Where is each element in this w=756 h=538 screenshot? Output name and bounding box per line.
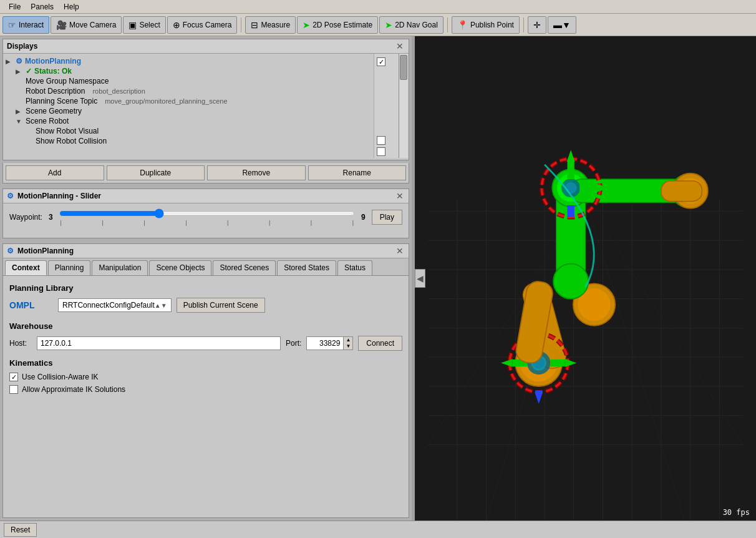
tree-item-scene-geometry[interactable]: ▶ Scene Geometry: [6, 106, 371, 116]
tree-item-scene-robot[interactable]: ▼ Scene Robot: [6, 116, 371, 126]
tick-7: |: [352, 220, 354, 226]
tree-item-show-visual[interactable]: ▶ Show Robot Visual: [6, 126, 371, 136]
nav-goal-icon: ➤: [385, 20, 392, 30]
toolbar: ☞ Interact 🎥 Move Camera ▣ Select ⊕ Focu…: [0, 14, 756, 36]
viewport[interactable]: ◀ 30 fps: [415, 36, 756, 521]
tab-stored-scenes[interactable]: Stored Scenes: [213, 260, 276, 275]
interact-button[interactable]: ☞ Interact: [2, 16, 49, 34]
config-button[interactable]: ▬▼: [548, 16, 576, 34]
planning-library-title: Planning Library: [9, 283, 402, 293]
displays-tree: ▶ ⚙ MotionPlanning ▶ ✓ Status: Ok ▶ Move…: [3, 54, 374, 158]
tree-arrow-mp: ▶: [6, 58, 13, 65]
play-button[interactable]: Play: [372, 210, 402, 225]
gear-icon-motion: ⚙: [7, 247, 14, 255]
tree-item-move-group[interactable]: ▶ Move Group Namespace: [6, 76, 371, 86]
duplicate-button[interactable]: Duplicate: [107, 165, 205, 180]
planning-scene-label: Planning Scene Topic: [26, 97, 97, 105]
left-panel: Displays ✕ ▶ ⚙ MotionPlanning ▶ ✓ Status…: [0, 36, 412, 521]
slider-close-button[interactable]: ✕: [395, 191, 405, 201]
tree-arrow-sr: ▼: [16, 118, 23, 125]
menu-bar: File Panels Help: [0, 0, 756, 14]
robot-visualization: [415, 36, 756, 521]
motion-panel-header: ⚙ MotionPlanning ✕: [3, 244, 409, 258]
scroll-thumb[interactable]: [400, 55, 407, 80]
svg-rect-51: [568, 205, 574, 217]
tab-manipulation[interactable]: Manipulation: [92, 260, 148, 275]
pose-estimate-label: 2D Pose Estimate: [313, 21, 372, 29]
waypoint-slider[interactable]: [59, 208, 355, 218]
motion-close-button[interactable]: ✕: [395, 246, 405, 256]
status-check: ✓: [26, 67, 32, 76]
select-button[interactable]: ▣ Select: [123, 16, 165, 34]
add-view-button[interactable]: ✛: [528, 16, 546, 34]
rename-button[interactable]: Rename: [308, 165, 407, 180]
publish-point-button[interactable]: 📍 Publish Point: [452, 16, 520, 34]
displays-close-button[interactable]: ✕: [395, 41, 405, 51]
add-button[interactable]: Add: [6, 165, 104, 180]
tick-2: |: [143, 220, 145, 226]
tab-status[interactable]: Status: [337, 260, 372, 275]
remove-button[interactable]: Remove: [207, 165, 306, 180]
tree-item-status[interactable]: ▶ ✓ Status: Ok: [6, 66, 371, 76]
slider-wrapper: | | | | | | | |: [59, 208, 355, 226]
collision-ik-checkbox[interactable]: [9, 373, 18, 381]
menu-file[interactable]: File: [4, 1, 26, 12]
host-input[interactable]: [37, 336, 281, 350]
nav-goal-button[interactable]: ➤ 2D Nav Goal: [379, 16, 443, 34]
port-input[interactable]: [306, 336, 344, 350]
publish-scene-button[interactable]: Publish Current Scene: [177, 298, 265, 313]
cb-row-sg: [376, 112, 397, 124]
config-icon: ▬▼: [553, 20, 571, 30]
move-camera-button[interactable]: 🎥 Move Camera: [51, 16, 122, 34]
planner-select[interactable]: RRTConnectkConfigDefault ▲▼: [58, 298, 172, 312]
select-icon: ▣: [128, 20, 137, 30]
checkbox-show-collision[interactable]: [377, 147, 385, 156]
tick-1: |: [102, 220, 103, 226]
warehouse-title: Warehouse: [9, 321, 402, 331]
pose-estimate-icon: ➤: [303, 20, 310, 30]
tree-item-planning-scene[interactable]: ▶ Planning Scene Topic move_group/monito…: [6, 96, 371, 106]
port-input-wrapper: ▲ ▼: [306, 336, 353, 350]
tab-content-context: Planning Library OMPL RRTConnectkConfigD…: [3, 276, 409, 405]
main-area: Displays ✕ ▶ ⚙ MotionPlanning ▶ ✓ Status…: [0, 36, 756, 521]
bottom-bar: Reset: [0, 521, 756, 538]
waypoint-value: 3: [49, 213, 53, 222]
motion-planning-label: MotionPlanning: [25, 57, 81, 66]
move-group-label: Move Group Namespace: [26, 77, 109, 86]
tabs-bar: Context Planning Manipulation Scene Obje…: [3, 258, 409, 276]
expand-viewport-button[interactable]: ◀: [415, 269, 425, 288]
focus-camera-button[interactable]: ⊕ Focus Camera: [167, 16, 238, 34]
robot-desc-label: Robot Description: [26, 87, 85, 95]
slider-panel-title: MotionPlanning - Slider: [17, 192, 101, 200]
menu-help[interactable]: Help: [59, 1, 84, 12]
port-up-button[interactable]: ▲: [344, 337, 352, 343]
checkbox-mp[interactable]: [377, 57, 385, 66]
port-down-button[interactable]: ▼: [344, 343, 352, 350]
svg-point-43: [565, 182, 577, 194]
pose-estimate-button[interactable]: ➤ 2D Pose Estimate: [297, 16, 378, 34]
checkbox-show-visual[interactable]: [377, 136, 385, 145]
cb-row-status: [376, 67, 397, 79]
connect-button[interactable]: Connect: [358, 336, 402, 351]
interact-icon: ☞: [8, 20, 16, 30]
menu-panels[interactable]: Panels: [26, 1, 59, 12]
measure-button[interactable]: ⊟ Measure: [245, 16, 296, 34]
tree-item-robot-desc[interactable]: ▶ Robot Description robot_description: [6, 86, 371, 96]
tab-scene-objects[interactable]: Scene Objects: [149, 260, 211, 275]
reset-button[interactable]: Reset: [4, 523, 37, 537]
slider-panel: ⚙ MotionPlanning - Slider ✕ Waypoint: 3 …: [2, 188, 409, 238]
tree-item-motion-planning[interactable]: ▶ ⚙ MotionPlanning: [6, 56, 371, 66]
slider-panel-header: ⚙ MotionPlanning - Slider ✕: [3, 189, 409, 203]
tab-stored-states[interactable]: Stored States: [277, 260, 336, 275]
approx-ik-checkbox[interactable]: [9, 385, 18, 394]
focus-camera-label: Focus Camera: [183, 21, 232, 29]
show-robot-visual-label: Show Robot Visual: [36, 127, 99, 135]
tab-context[interactable]: Context: [5, 260, 47, 275]
svg-rect-63: [661, 181, 702, 202]
svg-rect-49: [579, 184, 597, 191]
tab-planning[interactable]: Planning: [48, 260, 91, 275]
displays-content: ▶ ⚙ MotionPlanning ▶ ✓ Status: Ok ▶ Move…: [3, 54, 409, 158]
tree-item-show-collision[interactable]: ▶ Show Robot Collision: [6, 136, 371, 146]
nav-goal-label: 2D Nav Goal: [395, 21, 438, 29]
displays-scrollbar[interactable]: [399, 54, 409, 158]
